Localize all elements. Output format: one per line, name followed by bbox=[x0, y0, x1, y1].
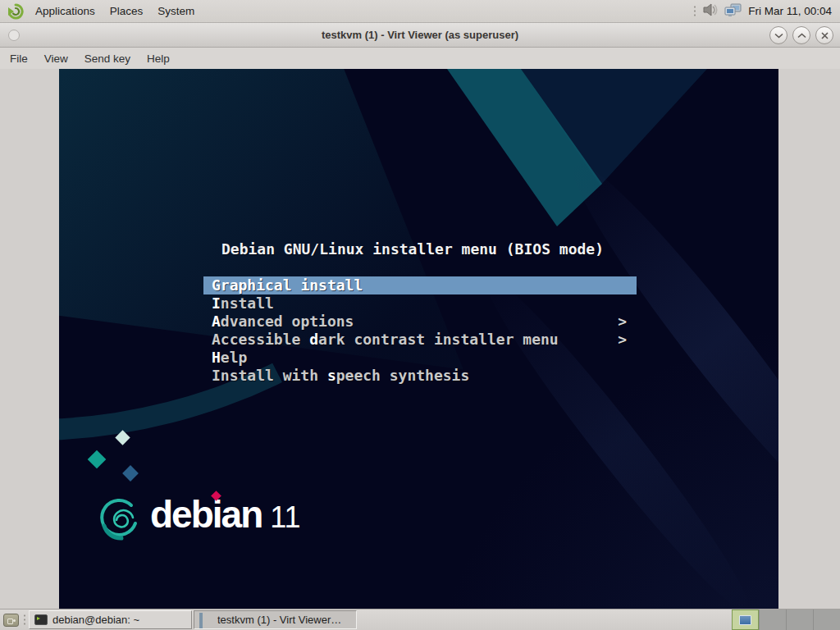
viewer-content-area: Debian GNU/Linux installer menu (BIOS mo… bbox=[0, 69, 840, 609]
menu-send-key[interactable]: Send key bbox=[76, 49, 139, 68]
label-segment: dvanced options bbox=[221, 313, 354, 330]
installer-item-install[interactable]: Install bbox=[203, 294, 637, 313]
panel-menus: Applications Places System bbox=[28, 2, 202, 21]
label-segment: nstall bbox=[221, 294, 274, 312]
window-controls bbox=[769, 26, 833, 44]
window-menu-icon[interactable] bbox=[8, 30, 20, 41]
installer-menu-title: Debian GNU/Linux installer menu (BIOS mo… bbox=[221, 240, 604, 258]
submenu-arrow-icon: > bbox=[618, 331, 627, 349]
workspace-2[interactable] bbox=[759, 609, 786, 630]
label-segment: Install with bbox=[212, 367, 327, 384]
workspace-window-thumb bbox=[739, 615, 751, 625]
workspace-4[interactable] bbox=[813, 609, 840, 630]
workspace-switcher bbox=[732, 609, 840, 630]
logo-version: 11 bbox=[270, 500, 300, 534]
desktop-top-panel: Applications Places System Fri Mar 11, 0… bbox=[0, 0, 840, 23]
panel-tray: Fri Mar 11, 00:04 bbox=[693, 2, 835, 20]
volume-icon[interactable] bbox=[702, 2, 719, 20]
workspace-3[interactable] bbox=[786, 609, 813, 630]
network-icon[interactable] bbox=[724, 2, 742, 20]
window-title: testkvm (1) - Virt Viewer (as superuser) bbox=[0, 29, 840, 41]
monitor-icon bbox=[199, 614, 212, 625]
installer-item-help[interactable]: Help bbox=[203, 349, 637, 367]
distro-menu-icon[interactable] bbox=[7, 2, 25, 21]
task-label: debian@debian: ~ bbox=[52, 614, 139, 626]
logo-diamond-blue bbox=[122, 465, 139, 482]
debian-swirl-icon bbox=[97, 495, 141, 546]
label-hotkey: A bbox=[212, 313, 221, 330]
label-hotkey: d bbox=[309, 331, 318, 348]
installer-item-advanced-options[interactable]: Advanced options > bbox=[203, 313, 637, 331]
installer-item-label: Help bbox=[212, 349, 247, 367]
submenu-arrow-icon: > bbox=[618, 313, 627, 331]
logo-name: debian bbox=[150, 493, 262, 536]
menu-file[interactable]: File bbox=[2, 49, 36, 68]
debian-logo-wordmark: debian11 bbox=[150, 494, 301, 538]
menu-view[interactable]: View bbox=[36, 49, 76, 68]
installer-item-accessible-dark-contrast[interactable]: Accessible dark contrast installer menu … bbox=[203, 331, 637, 349]
installer-item-graphical-install[interactable]: Graphical install bbox=[203, 276, 637, 294]
virt-viewer-titlebar[interactable]: testkvm (1) - Virt Viewer (as superuser) bbox=[0, 23, 840, 48]
show-desktop-icon bbox=[3, 614, 19, 627]
menu-help[interactable]: Help bbox=[139, 49, 178, 68]
minimize-button[interactable] bbox=[769, 26, 788, 44]
terminal-icon bbox=[34, 614, 48, 625]
installer-item-label: Install bbox=[212, 294, 274, 313]
desktop-taskbar: debian@debian: ~ testkvm (1) - Virt View… bbox=[0, 609, 840, 630]
menu-system[interactable]: System bbox=[150, 2, 202, 21]
vm-display[interactable]: Debian GNU/Linux installer menu (BIOS mo… bbox=[59, 69, 778, 609]
workspace-1[interactable] bbox=[732, 609, 759, 630]
task-button-terminal[interactable]: debian@debian: ~ bbox=[29, 610, 192, 629]
task-button-virt-viewer[interactable]: testkvm (1) - Virt Viewer… bbox=[194, 610, 357, 629]
label-hotkey: I bbox=[212, 294, 221, 312]
taskbar-grip-handle[interactable] bbox=[21, 609, 28, 630]
close-button[interactable] bbox=[815, 26, 833, 44]
label-hotkey: s bbox=[327, 367, 336, 384]
maximize-button[interactable] bbox=[792, 26, 810, 44]
logo-diamond-teal bbox=[88, 450, 107, 469]
label-segment: elp bbox=[221, 349, 248, 366]
label-segment: ark contrast installer menu bbox=[318, 331, 559, 348]
installer-item-speech-synthesis[interactable]: Install with speech synthesis bbox=[203, 367, 637, 385]
label-segment: peech synthesis bbox=[336, 367, 470, 384]
show-desktop-button[interactable] bbox=[0, 609, 21, 630]
installer-menu-list: Graphical install Install Advanced optio… bbox=[203, 276, 637, 385]
label-segment: Accessible bbox=[212, 331, 309, 348]
installer-item-label: Advanced options bbox=[212, 313, 354, 331]
task-label: testkvm (1) - Virt Viewer… bbox=[217, 614, 341, 626]
installer-item-label: Graphical install bbox=[212, 276, 363, 294]
panel-clock[interactable]: Fri Mar 11, 00:04 bbox=[748, 5, 835, 17]
virt-viewer-menubar: File View Send key Help bbox=[0, 48, 840, 69]
installer-item-label: Install with speech synthesis bbox=[212, 367, 469, 385]
tray-grip-handle[interactable] bbox=[693, 5, 696, 18]
label-hotkey: G bbox=[212, 276, 221, 294]
label-hotkey: H bbox=[212, 349, 221, 366]
installer-item-label: Accessible dark contrast installer menu bbox=[212, 331, 559, 349]
menu-applications[interactable]: Applications bbox=[28, 2, 103, 21]
label-segment: raphical install bbox=[221, 276, 363, 294]
menu-places[interactable]: Places bbox=[103, 2, 151, 21]
